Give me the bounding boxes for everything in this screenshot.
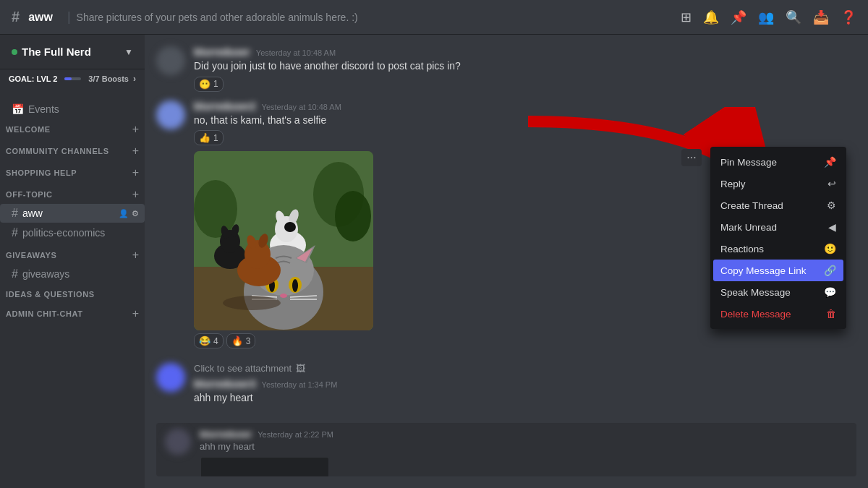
message-content-3: Click to see attachment 🖼 blurreduser3 Y… <box>194 363 856 406</box>
context-reply[interactable]: Reply ↩ <box>713 173 843 194</box>
speak-message-label: Speak Message <box>720 287 791 298</box>
giveaways-channel-name: giveaways <box>22 268 139 280</box>
events-label: Events <box>28 103 133 115</box>
cat-selfie-svg <box>194 151 373 330</box>
chevron-down-icon: ▼ <box>124 47 133 57</box>
channel-item-giveaways[interactable]: # giveaways <box>0 265 145 283</box>
section-header-ideas[interactable]: IDEAS & QUESTIONS <box>0 290 145 299</box>
server-header[interactable]: The Full Nerd ▼ <box>0 35 145 69</box>
context-delete-message[interactable]: Delete Message 🗑 <box>713 303 843 325</box>
aww-channel-icons: 👤 ⚙ <box>119 209 139 218</box>
add-community-icon[interactable]: + <box>132 145 139 158</box>
boost-arrow-icon: › <box>133 74 136 84</box>
boost-progress-fill <box>64 77 72 80</box>
quoted-message-inner: blurreduser Yesterday at 2:22 PM ahh my … <box>156 423 856 476</box>
section-giveaways-label: GIVEAWAYS <box>6 251 132 260</box>
add-channel-icon[interactable]: + <box>132 123 139 136</box>
add-giveaways-icon[interactable]: + <box>132 249 139 262</box>
quoted-username: blurreduser <box>200 429 252 440</box>
timestamp-2: Yesterday at 10:48 AM <box>262 103 341 111</box>
reaction-2-1[interactable]: 👍 1 <box>194 130 224 145</box>
section-welcome-label: WELCOME <box>6 125 132 134</box>
pinned-icon[interactable]: 📌 <box>731 9 746 25</box>
section-header-community[interactable]: COMMUNITY CHANNELS + <box>0 145 145 158</box>
laugh-count: 4 <box>213 336 218 346</box>
help-icon[interactable]: ❓ <box>841 9 856 25</box>
top-bar: # aww | Share pictures of your pets and … <box>0 0 868 35</box>
link-icon: 🔗 <box>824 265 836 276</box>
emoji-icon: 😶 <box>199 79 210 90</box>
reaction-fire[interactable]: 🔥 3 <box>226 333 256 348</box>
add-off-topic-icon[interactable]: + <box>132 188 139 201</box>
section-ideas-label: IDEAS & QUESTIONS <box>6 290 139 299</box>
threads-icon[interactable]: ⊞ <box>681 9 692 25</box>
section-header-admin[interactable]: ADMIN CHIT-CHAT + <box>0 307 145 320</box>
gif-thumbnail[interactable]: GIF <box>200 456 330 476</box>
calendar-icon: 📅 <box>12 103 24 115</box>
online-indicator <box>12 49 17 55</box>
aww-channel-name: aww <box>22 207 114 219</box>
delete-icon: 🗑 <box>826 308 836 320</box>
emoji-icon: 🙂 <box>824 243 836 254</box>
reaction-1-1[interactable]: 😶 1 <box>194 77 224 92</box>
attachment-click-notice[interactable]: Click to see attachment 🖼 <box>194 363 856 374</box>
message-text-1: Did you join just to have another discor… <box>194 59 856 74</box>
avatar-3 <box>156 363 185 392</box>
user-settings-icon[interactable]: 👤 <box>119 209 129 218</box>
context-mark-unread[interactable]: Mark Unread ◀ <box>713 216 843 238</box>
section-off-topic-label: OFF-TOPIC <box>6 190 132 199</box>
inbox-icon[interactable]: 📥 <box>813 9 829 25</box>
members-icon[interactable]: 👥 <box>758 9 774 25</box>
search-icon[interactable]: 🔍 <box>786 9 801 25</box>
mark-unread-label: Mark Unread <box>720 222 777 233</box>
thumbsup-icon: 👍 <box>199 132 210 143</box>
boost-goal-label: GOAL: LVL 2 <box>9 74 57 83</box>
sidebar: The Full Nerd ▼ GOAL: LVL 2 3/7 Boosts ›… <box>0 35 145 488</box>
message-group-3: Click to see attachment 🖼 blurreduser3 Y… <box>156 363 856 406</box>
add-shopping-icon[interactable]: + <box>132 166 139 179</box>
quoted-time: Yesterday at 2:22 PM <box>258 430 333 439</box>
svg-point-2 <box>194 180 237 238</box>
context-reactions[interactable]: Reactions 🙂 <box>713 238 843 260</box>
section-header-welcome[interactable]: WELCOME + <box>0 123 145 136</box>
server-name: The Full Nerd <box>22 46 91 58</box>
reaction-count-2: 1 <box>213 133 218 143</box>
channel-description: Share pictures of your pets and other ad… <box>77 12 675 23</box>
svg-point-19 <box>292 279 298 292</box>
context-speak-message[interactable]: Speak Message 💬 <box>713 281 843 303</box>
fire-icon: 🔥 <box>231 335 243 346</box>
timestamp-3: Yesterday at 1:34 PM <box>262 380 338 389</box>
aww-hash-icon: # <box>12 207 18 220</box>
cat-image-attachment[interactable] <box>194 151 373 330</box>
reactions-label: Reactions <box>720 244 764 254</box>
politics-hash-icon: # <box>12 226 18 239</box>
gear-icon[interactable]: ⚙ <box>132 209 139 218</box>
context-pin-message[interactable]: Pin Message 📌 <box>713 151 843 173</box>
avatar-quoted <box>165 429 191 455</box>
username-1: blurreduser <box>194 46 250 58</box>
section-header-shopping[interactable]: SHOPPING HELP + <box>0 166 145 179</box>
message-group-1: blurreduser Yesterday at 10:48 AM Did yo… <box>156 46 856 92</box>
events-section: 📅 Events <box>0 88 145 123</box>
reactions-2: 👍 1 <box>194 130 856 145</box>
sidebar-item-events[interactable]: 📅 Events <box>6 100 139 119</box>
boost-bar[interactable]: GOAL: LVL 2 3/7 Boosts › <box>0 69 145 88</box>
section-header-off-topic[interactable]: OFF-TOPIC + <box>0 188 145 201</box>
context-copy-message-link[interactable]: Copy Message Link 🔗 <box>713 260 843 281</box>
avatar-1 <box>156 46 185 75</box>
message-header-2: blurreduser2 Yesterday at 10:48 AM <box>194 100 856 112</box>
context-create-thread[interactable]: Create Thread ⚙ <box>713 194 843 216</box>
more-options-button[interactable]: ··· <box>681 149 702 166</box>
channel-hash-icon: # <box>12 9 20 25</box>
channel-item-aww[interactable]: # aww 👤 ⚙ <box>0 204 145 223</box>
notifications-icon[interactable]: 🔔 <box>703 9 719 25</box>
copy-message-link-label: Copy Message Link <box>720 265 807 276</box>
add-admin-icon[interactable]: + <box>132 307 139 320</box>
channel-item-politics[interactable]: # politics-economics <box>0 223 145 242</box>
section-header-giveaways[interactable]: GIVEAWAYS + <box>0 249 145 262</box>
giveaways-hash-icon: # <box>12 267 18 281</box>
message-header-3: blurreduser3 Yesterday at 1:34 PM <box>194 378 856 390</box>
reaction-laugh[interactable]: 😂 4 <box>194 333 224 348</box>
divider: | <box>67 9 71 25</box>
message-content-1: blurreduser Yesterday at 10:48 AM Did yo… <box>194 46 856 92</box>
